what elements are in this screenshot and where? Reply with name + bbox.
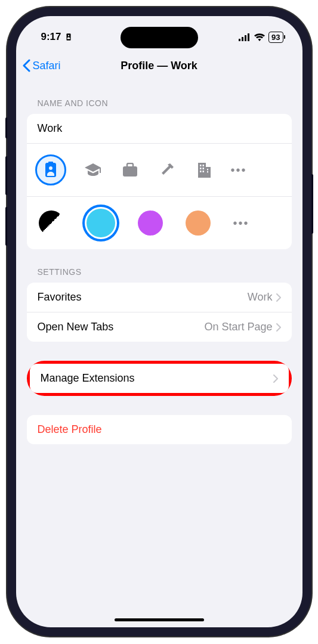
navigation-bar: Safari Profile — Work bbox=[16, 51, 302, 80]
settings-card: Favorites Work Open New Tabs On Start Pa… bbox=[27, 283, 292, 342]
open-new-tabs-row[interactable]: Open New Tabs On Start Page bbox=[27, 312, 292, 342]
volume-down bbox=[5, 207, 7, 246]
wifi-icon bbox=[254, 33, 265, 41]
manage-extensions-row[interactable]: Manage Extensions bbox=[30, 364, 289, 393]
svg-rect-19 bbox=[207, 171, 208, 173]
battery-indicator: 93 bbox=[268, 32, 283, 43]
name-icon-card: Work bbox=[27, 114, 292, 249]
color-option-orange[interactable] bbox=[186, 210, 211, 236]
svg-rect-3 bbox=[242, 37, 243, 41]
svg-rect-4 bbox=[245, 35, 246, 41]
favorites-row[interactable]: Favorites Work bbox=[27, 283, 292, 312]
svg-rect-14 bbox=[200, 168, 202, 169]
color-picker-row: ••• bbox=[27, 197, 292, 249]
svg-rect-7 bbox=[48, 162, 53, 165]
svg-rect-10 bbox=[198, 163, 206, 178]
cellular-icon bbox=[239, 33, 251, 41]
color-option-blue[interactable] bbox=[87, 209, 115, 237]
svg-rect-17 bbox=[202, 171, 204, 172]
svg-rect-9 bbox=[123, 166, 137, 177]
icon-option-badge[interactable] bbox=[35, 154, 66, 185]
icon-option-building[interactable] bbox=[194, 162, 214, 178]
chevron-right-icon bbox=[276, 293, 281, 302]
color-option-bw[interactable] bbox=[39, 210, 64, 236]
icon-option-graduation[interactable] bbox=[83, 163, 103, 177]
favorites-value: Work bbox=[248, 291, 273, 304]
back-label: Safari bbox=[33, 60, 61, 72]
extensions-card: Manage Extensions bbox=[30, 364, 289, 393]
back-button[interactable]: Safari bbox=[22, 59, 61, 72]
svg-point-1 bbox=[67, 35, 69, 36]
icon-picker-row: ••• bbox=[27, 144, 292, 197]
home-indicator[interactable] bbox=[115, 618, 204, 621]
chevron-left-icon bbox=[22, 59, 30, 72]
manage-extensions-label: Manage Extensions bbox=[41, 372, 135, 385]
icon-option-hammer[interactable] bbox=[157, 162, 177, 178]
page-title: Profile — Work bbox=[121, 60, 197, 72]
svg-rect-12 bbox=[200, 165, 202, 166]
favorites-label: Favorites bbox=[38, 291, 82, 304]
phone-frame: 9:17 93 Safari Profile — Work NAME AND I… bbox=[7, 7, 311, 636]
power-button bbox=[311, 174, 313, 234]
delete-card: Delete Profile bbox=[27, 415, 292, 444]
graduation-cap-icon bbox=[85, 163, 101, 177]
hammer-icon bbox=[159, 162, 175, 178]
svg-rect-0 bbox=[66, 33, 70, 41]
svg-rect-18 bbox=[207, 169, 208, 171]
svg-point-8 bbox=[49, 166, 53, 170]
dynamic-island bbox=[121, 27, 198, 48]
status-time: 9:17 bbox=[41, 31, 61, 43]
chevron-right-icon bbox=[273, 374, 278, 383]
more-icons-button[interactable]: ••• bbox=[231, 163, 247, 177]
briefcase-icon bbox=[122, 163, 138, 177]
phone-screen: 9:17 93 Safari Profile — Work NAME AND I… bbox=[16, 16, 302, 627]
svg-rect-13 bbox=[202, 165, 204, 166]
delete-profile-label: Delete Profile bbox=[38, 423, 102, 436]
profile-name-value: Work bbox=[38, 122, 63, 135]
building-icon bbox=[197, 162, 211, 178]
svg-rect-16 bbox=[200, 171, 202, 172]
svg-rect-2 bbox=[239, 39, 240, 41]
chevron-right-icon bbox=[276, 323, 281, 332]
highlight-annotation: Manage Extensions bbox=[27, 361, 292, 396]
id-badge-icon bbox=[44, 162, 57, 178]
open-tabs-label: Open New Tabs bbox=[38, 321, 114, 333]
icon-option-briefcase[interactable] bbox=[120, 163, 140, 177]
volume-up bbox=[5, 156, 7, 195]
mute-switch bbox=[5, 117, 7, 138]
section-header-name-icon: NAME AND ICON bbox=[27, 80, 292, 114]
profile-name-row[interactable]: Work bbox=[27, 114, 292, 144]
color-option-purple[interactable] bbox=[138, 210, 163, 236]
svg-rect-15 bbox=[202, 168, 204, 169]
open-tabs-value: On Start Page bbox=[204, 321, 272, 333]
section-header-settings: SETTINGS bbox=[27, 249, 292, 283]
svg-rect-5 bbox=[248, 33, 249, 41]
delete-profile-row[interactable]: Delete Profile bbox=[27, 415, 292, 444]
profile-status-icon bbox=[64, 33, 73, 41]
more-colors-button[interactable]: ••• bbox=[233, 216, 249, 230]
